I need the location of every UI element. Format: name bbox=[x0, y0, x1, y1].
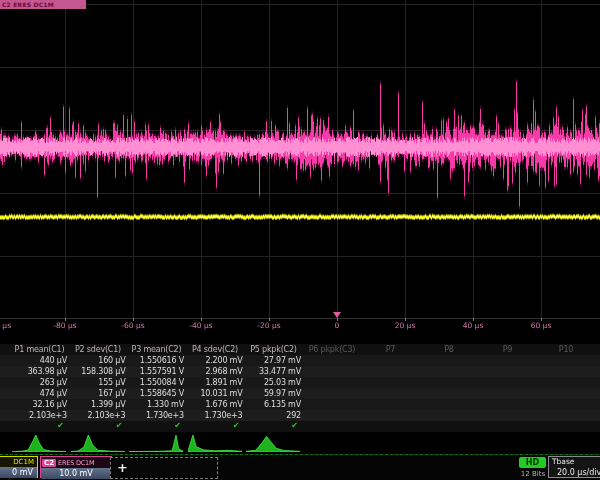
axis-tick-label: -80 µs bbox=[53, 321, 76, 330]
waveform-traces[interactable] bbox=[0, 0, 600, 318]
param-header[interactable]: P1 mean(C1) bbox=[10, 344, 69, 355]
axis-tick-label: -20 µs bbox=[257, 321, 280, 330]
param-value: 160 µV bbox=[69, 355, 128, 366]
param-column-1: P1 mean(C1)440 µV363.98 µV263 µV474 µV32… bbox=[10, 344, 69, 431]
histicon-p4[interactable] bbox=[188, 433, 242, 452]
oscilloscope-screen: C2 ERES DC1M -100 µs-80 µs-60 µs-40 µs-2… bbox=[0, 0, 600, 480]
c1-scale-value: 0 mV bbox=[0, 467, 37, 478]
param-header[interactable]: P4 sdev(C2) bbox=[186, 344, 245, 355]
channel-descriptor-c2[interactable]: C2 ERES DC1M 10.0 mV bbox=[40, 456, 112, 478]
param-header[interactable]: P5 pkpk(C2) bbox=[244, 344, 303, 355]
measure-table: P1 mean(C1)440 µV363.98 µV263 µV474 µV32… bbox=[0, 344, 600, 432]
c2-coupling-label: ERES DC1M bbox=[58, 458, 94, 468]
param-value: 2.103e+3 bbox=[69, 410, 128, 421]
param-header-inactive[interactable]: P7 bbox=[361, 344, 420, 355]
axis-tick-label: -60 µs bbox=[121, 321, 144, 330]
histicon-p1[interactable] bbox=[12, 433, 66, 452]
param-status-check-icon: ✔ bbox=[10, 421, 69, 431]
time-axis: -100 µs-80 µs-60 µs-40 µs-20 µs020 µs40 … bbox=[0, 318, 600, 334]
hd-mode-badge[interactable]: HD bbox=[519, 457, 546, 468]
axis-tick-label: 40 µs bbox=[463, 321, 484, 330]
c2-scale-value: 10.0 mV bbox=[41, 468, 111, 479]
add-trace-box[interactable]: + bbox=[110, 457, 218, 479]
param-value: 10.031 mV bbox=[186, 388, 245, 399]
param-value: 440 µV bbox=[10, 355, 69, 366]
param-value: 1.730e+3 bbox=[186, 410, 245, 421]
param-status-check-icon: ✔ bbox=[127, 421, 186, 431]
param-value: 292 bbox=[244, 410, 303, 421]
plus-icon: + bbox=[117, 461, 128, 474]
axis-tick-label: -40 µs bbox=[189, 321, 212, 330]
param-value: 363.98 µV bbox=[10, 366, 69, 377]
param-status-check-icon: ✔ bbox=[186, 421, 245, 431]
param-value: 1.676 mV bbox=[186, 399, 245, 410]
param-value: 1.558645 V bbox=[127, 388, 186, 399]
param-value: 263 µV bbox=[10, 377, 69, 388]
param-value: 1.399 µV bbox=[69, 399, 128, 410]
channel-descriptor-c1[interactable]: DC1M 0 mV bbox=[0, 456, 38, 478]
param-value: 32.16 µV bbox=[10, 399, 69, 410]
histicon-p2[interactable] bbox=[71, 433, 125, 452]
param-value: 2.200 mV bbox=[186, 355, 245, 366]
param-value: 2.103e+3 bbox=[10, 410, 69, 421]
param-value: 167 µV bbox=[69, 388, 128, 399]
param-value: 2.968 mV bbox=[186, 366, 245, 377]
param-status-check-icon: ✔ bbox=[244, 421, 303, 431]
param-value: 59.97 mV bbox=[244, 388, 303, 399]
param-value: 158.308 µV bbox=[69, 366, 128, 377]
param-value: 1.550084 V bbox=[127, 377, 186, 388]
param-column-3: P3 mean(C2)1.550616 V1.557591 V1.550084 … bbox=[127, 344, 186, 431]
param-value: 474 µV bbox=[10, 388, 69, 399]
param-value: 6.135 mV bbox=[244, 399, 303, 410]
param-column-4: P4 sdev(C2)2.200 mV2.968 mV1.891 mV10.03… bbox=[186, 344, 245, 431]
param-value: 1.557591 V bbox=[127, 366, 186, 377]
param-column-5: P5 pkpk(C2)27.97 mV33.477 mV25.03 mV59.9… bbox=[244, 344, 303, 431]
param-value: 155 µV bbox=[69, 377, 128, 388]
axis-tick-label: 20 µs bbox=[395, 321, 416, 330]
param-value: 33.477 mV bbox=[244, 366, 303, 377]
param-value: 1.730e+3 bbox=[127, 410, 186, 421]
param-header[interactable]: P3 mean(C2) bbox=[127, 344, 186, 355]
param-header[interactable]: P2 sdev(C1) bbox=[69, 344, 128, 355]
histicon-p3[interactable] bbox=[129, 433, 183, 452]
param-column-2: P2 sdev(C1)160 µV158.308 µV155 µV167 µV1… bbox=[69, 344, 128, 431]
param-header-inactive[interactable]: P6 pkpk(C3) bbox=[303, 344, 362, 355]
axis-tick-label: 60 µs bbox=[531, 321, 552, 330]
param-header-inactive[interactable]: P8 bbox=[420, 344, 479, 355]
param-status-check-icon: ✔ bbox=[69, 421, 128, 431]
c1-coupling-label: DC1M bbox=[0, 457, 37, 467]
histicon-strip bbox=[0, 432, 600, 454]
axis-tick-label: 0 bbox=[335, 321, 340, 330]
param-header-inactive[interactable]: P9 bbox=[478, 344, 537, 355]
timebase-descriptor[interactable]: Tbase 20.0 µs/div bbox=[548, 456, 600, 478]
axis-tick-label: -100 µs bbox=[0, 321, 11, 330]
param-value: 27.97 mV bbox=[244, 355, 303, 366]
param-value: 1.330 mV bbox=[127, 399, 186, 410]
param-value: 25.03 mV bbox=[244, 377, 303, 388]
param-header-inactive[interactable]: P11 bbox=[595, 344, 600, 355]
c2-channel-chip: C2 bbox=[42, 459, 56, 467]
histicon-p5[interactable] bbox=[246, 433, 300, 452]
tbase-value: 20.0 µs/div bbox=[549, 467, 600, 478]
bottom-status-bar: DC1M 0 mV C2 ERES DC1M 10.0 mV + HD 12 B… bbox=[0, 455, 600, 480]
param-value: 1.550616 V bbox=[127, 355, 186, 366]
tbase-label: Tbase bbox=[549, 457, 600, 467]
param-value: 1.891 mV bbox=[186, 377, 245, 388]
param-header-inactive[interactable]: P10 bbox=[537, 344, 596, 355]
trace-label-badge[interactable]: C2 ERES DC1M bbox=[0, 0, 86, 9]
